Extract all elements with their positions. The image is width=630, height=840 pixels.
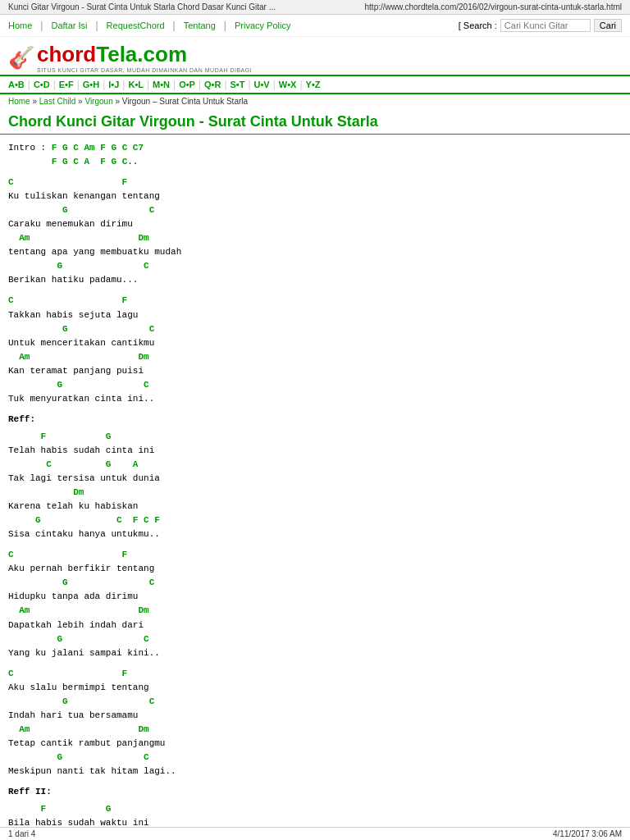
breadcrumb-virgoun[interactable]: Virgoun [84, 97, 112, 106]
print-date: 4/11/2017 3:06 AM [553, 829, 622, 837]
lyric-line: Karena telah ku habiskan [8, 500, 622, 514]
logo-icon: 🎸 [8, 45, 34, 71]
breadcrumb-current: Virgoun – Surat Cinta Untuk Starla [122, 97, 248, 106]
chord-line: G C F C F [8, 514, 622, 527]
chord-line: G C [8, 322, 622, 336]
logo-tagline: SITUS KUNCI GITAR DASAR, MUDAH DIMAINKAN… [37, 67, 252, 73]
chord-line: G C [8, 259, 622, 273]
nav-tentang[interactable]: Tentang [184, 21, 216, 30]
nav-bar: Home | Daftar Isi | RequestChord | Tenta… [0, 15, 630, 37]
chord-line: Am Dm [8, 231, 622, 245]
chord-line: C F [8, 667, 622, 681]
alpha-st[interactable]: S•T [231, 80, 245, 89]
lyric-line: Tak lagi tersisa untuk dunia [8, 472, 622, 486]
nav-privacy-policy[interactable]: Privacy Policy [235, 21, 290, 30]
page-title: Chord Kunci Gitar Virgoun - Surat Cinta … [0, 108, 630, 135]
chord-line: Am Dm [8, 350, 622, 364]
nav-sep4: | [224, 20, 226, 31]
alpha-nav: A•B | C•D | E•F | G•H | I•J | K•L | M•N … [0, 75, 630, 94]
page-number: 1 dari 4 [8, 829, 35, 837]
chord-line: C F [8, 176, 622, 189]
chord-line: G C [8, 632, 622, 646]
chord-line: Dm [8, 486, 622, 500]
chord-line: C G A [8, 458, 622, 472]
nav-sep3: | [173, 20, 176, 31]
lyric-line: Yang ku jalani sampai kini.. [8, 646, 622, 660]
footer: 1 dari 4 4/11/2017 3:06 AM [0, 827, 630, 837]
logo-section: 🎸 chordTela.com SITUS KUNCI GITAR DASAR,… [0, 37, 630, 75]
lyric-line: Aku slalu bermimpi tentang [8, 681, 622, 695]
nav-home[interactable]: Home [8, 21, 32, 30]
breadcrumb-last-child[interactable]: Last Child [39, 97, 75, 106]
alpha-mn[interactable]: M•N [153, 80, 170, 89]
breadcrumb: Home » Last Child » Virgoun » Virgoun – … [0, 94, 630, 108]
lyric-line: Tuk menyuratkan cinta ini.. [8, 392, 622, 406]
alpha-ab[interactable]: A•B [8, 80, 25, 89]
search-container: [ Search : Cari [459, 19, 622, 32]
lyric-line: Dapatkah lebih indah dari [8, 619, 622, 632]
breadcrumb-sep3: » [115, 97, 121, 106]
lyric-line: Ku tuliskan kenangan tentang [8, 189, 622, 203]
reff2-label: Reff II: [8, 785, 622, 799]
chord-line: F G [8, 802, 622, 816]
chord-line: C F [8, 294, 622, 308]
breadcrumb-home[interactable]: Home [8, 97, 30, 106]
lyric-line: tentang apa yang membuatku mudah [8, 245, 622, 259]
tab-url: http://www.chordtela.com/2016/02/virgoun… [365, 2, 622, 11]
search-button[interactable]: Cari [594, 19, 622, 32]
chord-line: Am Dm [8, 723, 622, 737]
alpha-yz[interactable]: Y•Z [306, 80, 321, 89]
chord-line: G C [8, 751, 622, 765]
song-content: Intro : F G C Am F G C C7 F G C A F G C.… [0, 135, 630, 837]
chord-line: G C [8, 695, 622, 709]
lyric-line: Untuk menceritakan cantikmu [8, 336, 622, 350]
logo-text: chordTela.com [37, 42, 252, 67]
breadcrumb-sep1: » [32, 97, 39, 106]
browser-tab-bar: Kunci Gitar Virgoun - Surat Cinta Untuk … [0, 0, 630, 15]
lyric-line: Telah habis sudah cinta ini [8, 444, 622, 458]
lyric-line: Meskipun nanti tak hitam lagi.. [8, 765, 622, 778]
lyric-line: Caraku menemukan dirimu [8, 217, 622, 231]
nav-daftar-isi[interactable]: Daftar Isi [51, 21, 87, 30]
alpha-ij[interactable]: I•J [108, 80, 119, 89]
alpha-ef[interactable]: E•F [59, 80, 74, 89]
lyric-line: Takkan habis sejuta lagu [8, 308, 622, 322]
lyric-line: Berikan hatiku padamu... [8, 273, 622, 287]
reff-label: Reff: [8, 413, 622, 427]
search-input[interactable] [500, 19, 591, 32]
lyric-line: Aku pernah berfikir tentang [8, 562, 622, 576]
chord-line: G C [8, 203, 622, 217]
chord-line: G C [8, 576, 622, 590]
tab-title: Kunci Gitar Virgoun - Surat Cinta Untuk … [8, 2, 276, 11]
alpha-wx[interactable]: W•X [279, 80, 297, 89]
search-label: [ Search : [459, 21, 497, 30]
chord-line: F G [8, 430, 622, 444]
nav-sep1: | [40, 20, 43, 31]
chord-line: Am Dm [8, 604, 622, 618]
lyric-line: Hidupku tanpa ada dirimu [8, 590, 622, 604]
lyric-line: Sisa cintaku hanya untukmu.. [8, 527, 622, 541]
intro-line1: Intro : F G C Am F G C C7 [8, 141, 622, 155]
lyric-line: Kan teramat panjang puisi [8, 364, 622, 378]
lyric-line: Tetap cantik rambut panjangmu [8, 737, 622, 751]
alpha-kl[interactable]: K•L [128, 80, 144, 89]
chord-line: G C [8, 378, 622, 392]
lyric-line: Indah hari tua bersamamu [8, 709, 622, 723]
alpha-qr[interactable]: Q•R [204, 80, 221, 89]
nav-request-chord[interactable]: RequestChord [107, 21, 165, 30]
alpha-op[interactable]: O•P [179, 80, 195, 89]
intro-line2: F G C A F G C.. [8, 155, 622, 169]
alpha-uv[interactable]: U•V [254, 80, 270, 89]
alpha-cd[interactable]: C•D [34, 80, 50, 89]
alpha-gh[interactable]: G•H [83, 80, 99, 89]
nav-sep2: | [95, 20, 98, 31]
chord-line: C F [8, 548, 622, 562]
